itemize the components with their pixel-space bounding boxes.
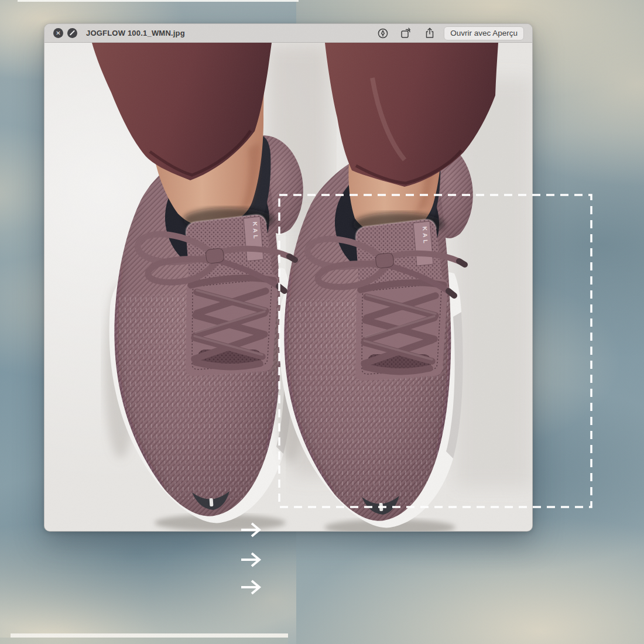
collage-edge-bottom-2 — [0, 638, 288, 644]
close-icon[interactable]: ✕ — [53, 28, 63, 38]
arrow-right-icon-1 — [240, 521, 263, 539]
rotate-icon[interactable] — [399, 26, 413, 40]
collage-edge-bottom — [11, 633, 288, 638]
arrow-right-icon-2 — [240, 551, 263, 568]
open-with-preview-button[interactable]: Ouvrir avec Aperçu — [444, 26, 524, 40]
quicklook-window: KAL — [44, 23, 533, 532]
close-glyph: ✕ — [56, 30, 60, 36]
window-title: JOGFLOW 100.1_WMN.jpg — [86, 29, 185, 37]
collage-edge-top — [18, 0, 299, 2]
window-titlebar: ✕ JOGFLOW 100.1_WMN.jpg — [44, 24, 532, 43]
block-slash — [70, 30, 75, 36]
markup-icon[interactable] — [376, 26, 390, 40]
share-icon[interactable] — [423, 26, 437, 40]
block-icon[interactable] — [67, 28, 77, 38]
arrow-right-icon-3 — [240, 578, 263, 596]
shoe-photo: KAL — [44, 43, 533, 532]
shoe-photo-svg: KAL — [44, 43, 533, 532]
